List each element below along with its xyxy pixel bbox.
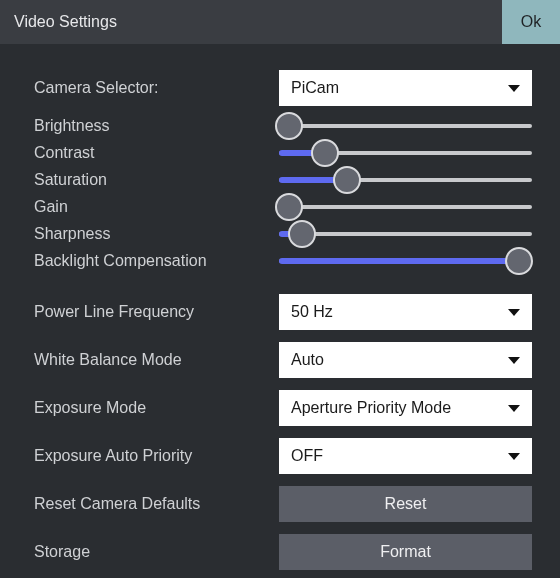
slider-thumb[interactable] — [311, 139, 339, 167]
titlebar: Video Settings Ok — [0, 0, 560, 44]
exposure-mode-label: Exposure Mode — [34, 399, 279, 417]
camera-selector-dropdown[interactable]: PiCam — [279, 70, 532, 106]
storage-label: Storage — [34, 543, 279, 561]
power-line-label: Power Line Frequency — [34, 303, 279, 321]
exposure-auto-priority-dropdown[interactable]: OFF — [279, 438, 532, 474]
storage-row: Storage Format — [34, 528, 532, 576]
brightness-row: Brightness — [34, 112, 532, 139]
saturation-slider[interactable] — [279, 166, 532, 193]
white-balance-value: Auto — [291, 351, 324, 369]
power-line-row: Power Line Frequency 50 Hz — [34, 288, 532, 336]
exposure-mode-row: Exposure Mode Aperture Priority Mode — [34, 384, 532, 432]
ok-button[interactable]: Ok — [502, 0, 560, 44]
format-button[interactable]: Format — [279, 534, 532, 570]
sharpness-label: Sharpness — [34, 225, 279, 243]
brightness-slider[interactable] — [279, 112, 532, 139]
power-line-dropdown[interactable]: 50 Hz — [279, 294, 532, 330]
sharpness-row: Sharpness — [34, 220, 532, 247]
settings-panel: Camera Selector: PiCam Brightness Contra… — [0, 44, 560, 578]
reset-button[interactable]: Reset — [279, 486, 532, 522]
sharpness-slider[interactable] — [279, 220, 532, 247]
exposure-mode-dropdown[interactable]: Aperture Priority Mode — [279, 390, 532, 426]
camera-selector-row: Camera Selector: PiCam — [34, 64, 532, 112]
chevron-down-icon — [508, 453, 520, 460]
white-balance-label: White Balance Mode — [34, 351, 279, 369]
reset-row: Reset Camera Defaults Reset — [34, 480, 532, 528]
backlight-row: Backlight Compensation — [34, 247, 532, 274]
chevron-down-icon — [508, 85, 520, 92]
white-balance-row: White Balance Mode Auto — [34, 336, 532, 384]
saturation-row: Saturation — [34, 166, 532, 193]
exposure-mode-value: Aperture Priority Mode — [291, 399, 451, 417]
slider-thumb[interactable] — [275, 112, 303, 140]
reset-label: Reset Camera Defaults — [34, 495, 279, 513]
slider-thumb[interactable] — [275, 193, 303, 221]
backlight-slider[interactable] — [279, 247, 532, 274]
backlight-label: Backlight Compensation — [34, 252, 279, 270]
slider-thumb[interactable] — [333, 166, 361, 194]
exposure-auto-priority-label: Exposure Auto Priority — [34, 447, 279, 465]
chevron-down-icon — [508, 405, 520, 412]
slider-thumb[interactable] — [505, 247, 533, 275]
contrast-slider[interactable] — [279, 139, 532, 166]
exposure-auto-priority-row: Exposure Auto Priority OFF — [34, 432, 532, 480]
chevron-down-icon — [508, 309, 520, 316]
camera-selector-value: PiCam — [291, 79, 339, 97]
contrast-label: Contrast — [34, 144, 279, 162]
power-line-value: 50 Hz — [291, 303, 333, 321]
exposure-auto-priority-value: OFF — [291, 447, 323, 465]
contrast-row: Contrast — [34, 139, 532, 166]
gain-slider[interactable] — [279, 193, 532, 220]
brightness-label: Brightness — [34, 117, 279, 135]
window-title: Video Settings — [0, 13, 502, 31]
camera-selector-label: Camera Selector: — [34, 79, 279, 97]
gain-label: Gain — [34, 198, 279, 216]
saturation-label: Saturation — [34, 171, 279, 189]
slider-thumb[interactable] — [288, 220, 316, 248]
white-balance-dropdown[interactable]: Auto — [279, 342, 532, 378]
gain-row: Gain — [34, 193, 532, 220]
chevron-down-icon — [508, 357, 520, 364]
